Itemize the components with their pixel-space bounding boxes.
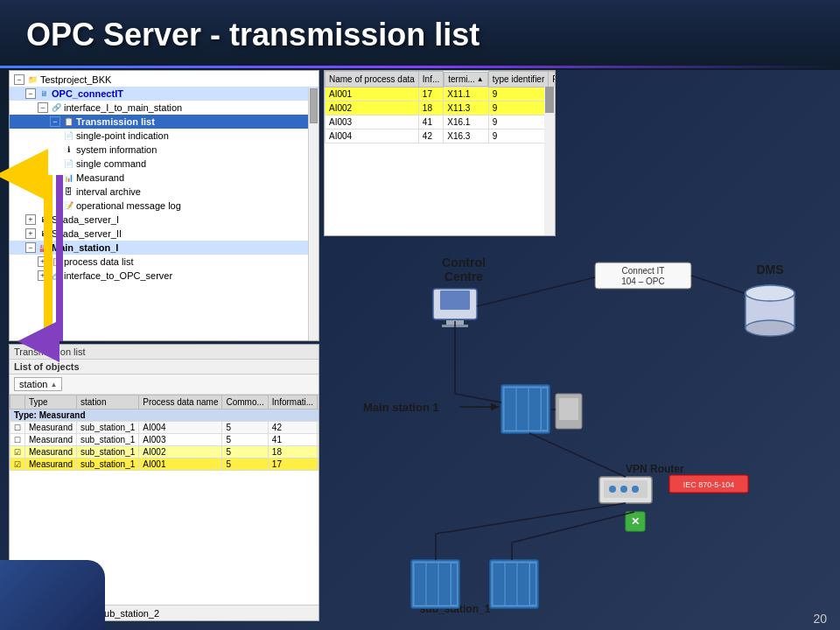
col-station[interactable]: station — [77, 396, 139, 410]
row-info: 42 — [268, 422, 317, 434]
pd-name: AI002 — [326, 101, 419, 115]
filter-arrow[interactable]: ▲ — [50, 381, 57, 388]
process-scroll-thumb[interactable] — [545, 87, 554, 113]
tree-item-interface[interactable]: − 🔗 interface_I_to_main_station — [10, 101, 318, 115]
ph-inf[interactable]: Inf... — [418, 72, 443, 88]
expand-icon-tl[interactable]: − — [50, 116, 60, 127]
svg-point-14 — [746, 320, 794, 336]
filter-label: station — [19, 379, 47, 389]
pd-inf: 18 — [418, 101, 443, 115]
row-procname: AI002 — [139, 446, 222, 458]
checkbox-checked[interactable]: ☑ — [14, 460, 21, 469]
checkbox-cell[interactable]: ☑ — [10, 446, 25, 458]
group-header-row: Type: Measurand — [10, 410, 320, 422]
row-type: Measurand — [25, 446, 77, 458]
row-info: 18 — [268, 446, 317, 458]
row-comm: 5 — [222, 434, 268, 446]
pd-term: X11.3 — [444, 101, 488, 115]
ph-term[interactable]: termi... ▲ — [444, 72, 487, 87]
tree-label-sc: single command — [76, 158, 146, 169]
tree-label-oplog: operational message log — [76, 200, 181, 211]
col-procname[interactable]: Process data name — [139, 396, 222, 410]
expand-icon[interactable]: − — [14, 74, 24, 85]
pd-typeid: 9 — [488, 129, 548, 143]
table-row[interactable]: ☐ Measurand sub_station_1 AI004 5 42 — [10, 422, 320, 434]
checkbox-unchecked[interactable]: ☐ — [14, 436, 21, 444]
svg-text:VPN Router: VPN Router — [626, 463, 684, 475]
slide-number: 20 — [813, 612, 827, 626]
table-header-row: Type station Process data name Commo... … — [10, 396, 320, 410]
svg-line-27 — [477, 277, 595, 306]
process-data-panel: Name of process data Inf... termi... ▲ t… — [324, 70, 556, 236]
folder-icon: 📁 — [26, 74, 38, 86]
ph-typeid[interactable]: type identifier — [488, 72, 548, 88]
process-row[interactable]: AI004 42 X16.3 9 measurand 16 bit — [326, 129, 556, 143]
content-area: − 📁 Testproject_BKK − 🖥 OPC_connectIT − … — [9, 70, 831, 621]
svg-text:Connect IT: Connect IT — [622, 266, 665, 276]
tree-item-spi[interactable]: 📄 single-point indication — [10, 129, 318, 143]
tree-scrollbar[interactable] — [308, 88, 318, 340]
process-table-scrollbar[interactable] — [544, 87, 555, 235]
svg-text:Main station 1: Main station 1 — [363, 401, 439, 414]
svg-point-35 — [609, 486, 616, 493]
process-row[interactable]: AI002 18 X11.3 9 measurand 16 bit — [326, 101, 556, 115]
svg-rect-54 — [530, 564, 536, 605]
row-station: sub_station_1 — [77, 434, 139, 446]
server-icon: 🖥 — [38, 88, 50, 100]
col-comm[interactable]: Commo... — [222, 396, 268, 410]
svg-rect-23 — [529, 388, 540, 430]
svg-text:104 – OPC: 104 – OPC — [621, 276, 664, 286]
col-error[interactable]: Error — [318, 396, 319, 410]
pd-term: X11.1 — [444, 87, 488, 101]
control-centre-label2: Centre — [444, 270, 484, 284]
expand-icon-if[interactable]: − — [38, 102, 48, 113]
table-row[interactable]: ☑ Measurand sub_station_1 AI001 5 17 — [10, 458, 320, 471]
tree-scroll-thumb[interactable] — [310, 88, 318, 123]
table-row[interactable]: ☑ Measurand sub_station_1 AI002 5 18 — [10, 446, 320, 458]
pd-typeid: 9 — [488, 87, 548, 101]
col-type[interactable]: Type — [25, 396, 77, 410]
row-info: 17 — [268, 458, 317, 471]
row-comm: 5 — [222, 422, 268, 434]
svg-rect-53 — [518, 564, 528, 605]
table-row[interactable]: ☐ Measurand sub_station_1 AI003 5 41 — [10, 434, 320, 446]
page-title: OPC Server - transmission list — [26, 17, 480, 53]
row-error — [318, 422, 319, 434]
ph-rawtype[interactable]: Raw type of data — [549, 72, 556, 88]
row-error — [318, 446, 319, 458]
tree-item-opc[interactable]: − 🖥 OPC_connectIT — [10, 87, 318, 101]
col-info[interactable]: Informati... — [268, 396, 317, 410]
objects-table: Type station Process data name Commo... … — [10, 395, 319, 471]
tree-item-root[interactable]: − 📁 Testproject_BKK — [10, 73, 318, 87]
station-filter-box[interactable]: station ▲ — [14, 377, 62, 391]
checkbox-cell[interactable]: ☑ — [10, 458, 25, 471]
pd-term: X16.1 — [444, 115, 488, 129]
tree-label-opc: OPC_connectIT — [52, 88, 123, 99]
svg-rect-47 — [439, 564, 450, 605]
row-error — [318, 458, 319, 471]
svg-line-31 — [455, 394, 501, 402]
row-type: Measurand — [25, 434, 77, 446]
checkbox-cell[interactable]: ☐ — [10, 422, 25, 434]
row-type: Measurand — [25, 422, 77, 434]
svg-point-36 — [620, 486, 627, 493]
tree-label-measurand: Measurand — [76, 172, 124, 183]
tree-label-interface: interface_I_to_main_station — [64, 102, 182, 113]
checkbox-cell[interactable]: ☐ — [10, 434, 25, 446]
row-comm: 5 — [222, 446, 268, 458]
list-icon: 📋 — [62, 116, 74, 128]
ph-name[interactable]: Name of process data — [326, 72, 419, 88]
tree-item-sysinfo[interactable]: ℹ system information — [10, 143, 318, 157]
pd-inf: 42 — [418, 129, 443, 143]
expand-icon-opc[interactable]: − — [25, 88, 36, 99]
row-error — [318, 434, 319, 446]
svg-rect-51 — [494, 564, 504, 605]
tree-item-transmission[interactable]: − 📋 Transmission list — [10, 115, 318, 129]
row-info: 41 — [268, 434, 317, 446]
process-row[interactable]: AI001 17 X11.1 9 measurand 16 bit — [326, 87, 556, 101]
checkbox-unchecked[interactable]: ☐ — [14, 424, 21, 432]
row-station: sub_station_1 — [77, 458, 139, 471]
row-procname: AI001 — [139, 458, 222, 471]
process-row[interactable]: AI003 41 X16.1 9 measurand 16 bit — [326, 115, 556, 129]
checkbox-checked[interactable]: ☑ — [14, 448, 21, 457]
